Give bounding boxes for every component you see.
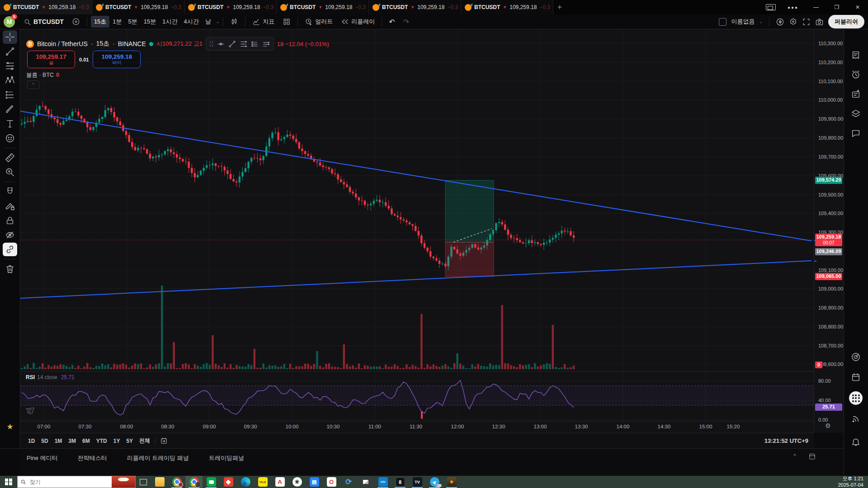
- start-button[interactable]: [0, 476, 17, 488]
- fib-tool-icon[interactable]: [240, 40, 247, 48]
- screener-icon[interactable]: [849, 350, 863, 364]
- volume-study-label[interactable]: 볼륨 · BTC0: [26, 71, 59, 79]
- taskbar-app-blue-docs-app[interactable]: ▤: [306, 476, 323, 488]
- interval-4시간[interactable]: 4시간: [181, 16, 202, 28]
- sell-button[interactable]: 109,259.17 셀: [27, 51, 75, 68]
- snapshot-camera-icon[interactable]: [815, 18, 824, 26]
- replay-button[interactable]: 리플레이: [338, 16, 378, 28]
- chart-symbol-title[interactable]: Bitcoin / TetherUS: [37, 40, 88, 47]
- compare-add-button[interactable]: [69, 16, 83, 28]
- minimize-button[interactable]: —: [806, 0, 826, 14]
- taskbar-app-google-chat[interactable]: [203, 476, 220, 488]
- range-5Y[interactable]: 5Y: [123, 436, 136, 446]
- emoji-tool[interactable]: [3, 131, 17, 145]
- bottom-tab[interactable]: 전략테스터: [78, 454, 107, 462]
- bottom-tab[interactable]: Pine 에디터: [27, 454, 58, 462]
- chart-canvas[interactable]: [20, 29, 814, 421]
- publish-button[interactable]: 퍼블리쉬: [828, 15, 864, 28]
- symbol-search[interactable]: BTCUSDT: [20, 16, 67, 28]
- forecast-tool[interactable]: [3, 88, 17, 102]
- fib-channel-tool-icon[interactable]: [251, 40, 259, 48]
- quick-search-icon[interactable]: [776, 18, 784, 26]
- chart-area[interactable]: ₿ Bitcoin / TetherUS · 15초 · BINANCE 시10…: [20, 29, 814, 421]
- price-axis[interactable]: 110,300.00110,200.00110,100.00110,000.00…: [814, 29, 844, 433]
- taskbar-app-kakaotalk[interactable]: TALK: [254, 476, 271, 488]
- price-scale-settings-icon[interactable]: ⚙: [825, 422, 831, 429]
- range-1D[interactable]: 1D: [25, 436, 38, 446]
- drag-handle[interactable]: [210, 41, 213, 47]
- broadcast-icon[interactable]: [849, 412, 863, 426]
- browser-tab[interactable]: BTCUSDT▼109,259.18−0.3✕: [0, 0, 92, 14]
- bottom-tab[interactable]: 리플레이 트레이딩 패널: [127, 454, 189, 462]
- taskbar-app-red-o-app[interactable]: O: [323, 476, 340, 488]
- indicators-button[interactable]: 지표: [249, 16, 278, 28]
- apps-icon[interactable]: [849, 391, 863, 405]
- taskbar-app-autocad[interactable]: A: [271, 476, 288, 488]
- range-1Y[interactable]: 1Y: [110, 436, 123, 446]
- link-tool[interactable]: [3, 243, 17, 256]
- favorites-star-icon[interactable]: ★: [3, 420, 17, 433]
- taskbar-app-tradingview[interactable]: TV: [409, 476, 426, 488]
- close-button[interactable]: ✕: [847, 0, 868, 14]
- trend-line-tool[interactable]: [3, 45, 17, 58]
- magnet-tool[interactable]: [3, 185, 17, 198]
- save-layout-icon[interactable]: [719, 18, 726, 26]
- lock-all-tool[interactable]: [3, 214, 17, 227]
- taskbar-clock[interactable]: 오후 1:21 2025-07-04: [834, 476, 868, 488]
- avatar[interactable]: M 5: [4, 16, 15, 28]
- chart-style-button[interactable]: [227, 16, 241, 28]
- taskbar-app-ornate-app[interactable]: ❖: [443, 476, 460, 488]
- buy-button[interactable]: 109,259.18 바이: [93, 51, 141, 68]
- brush-tool[interactable]: [3, 103, 17, 116]
- trend-line-tool-icon[interactable]: [228, 40, 236, 48]
- trash-tool[interactable]: [3, 262, 17, 276]
- search-promo-image[interactable]: [112, 476, 135, 488]
- interval-dropdown[interactable]: ⌄: [216, 19, 220, 24]
- range-1M[interactable]: 1M: [52, 436, 66, 446]
- collapse-panel-button[interactable]: ⌃: [27, 80, 39, 89]
- goto-date-icon[interactable]: [160, 437, 168, 445]
- watchlist-icon[interactable]: [849, 48, 863, 62]
- taskbar-app-red-diamond-app[interactable]: [220, 476, 237, 488]
- range-5D[interactable]: 5D: [38, 436, 51, 446]
- zoom-in-tool[interactable]: [3, 165, 17, 179]
- browser-tab[interactable]: BTCUSDT▼109,259.18−0.3✕: [369, 0, 461, 14]
- taskbar-app-chatgpt[interactable]: ✳: [288, 476, 306, 488]
- browser-tab[interactable]: BTCUSDT▼109,259.18−0.3✕: [92, 0, 184, 14]
- browser-tab[interactable]: BTCUSDT▼109,259.18−0.3✕: [277, 0, 369, 14]
- panel-collapse-icon[interactable]: ⌃: [793, 453, 797, 460]
- taskbar-app-hourglass-app[interactable]: 8: [392, 476, 409, 488]
- taskbar-search[interactable]: [17, 476, 136, 488]
- cast-displays-icon[interactable]: [766, 4, 776, 10]
- layout-dropdown[interactable]: ⌄: [759, 19, 763, 24]
- fib-retracement-tool[interactable]: [3, 59, 17, 73]
- chat-icon[interactable]: [849, 127, 863, 140]
- browser-menu-icon[interactable]: ●●●: [788, 5, 798, 10]
- interval-5분[interactable]: 5분: [125, 16, 141, 28]
- floating-drawing-toolbar[interactable]: [206, 37, 274, 51]
- undo-button[interactable]: ↶: [386, 16, 398, 28]
- browser-tab[interactable]: BTCUSDT▼109,259.18−0.3✕: [461, 0, 553, 14]
- new-tab-button[interactable]: +: [553, 0, 566, 14]
- crosshair-tool[interactable]: [3, 30, 17, 44]
- notifications-icon[interactable]: [849, 435, 863, 448]
- taskbar-app-edge[interactable]: [237, 476, 254, 488]
- fullscreen-icon[interactable]: [802, 18, 811, 26]
- time-axis[interactable]: 07:0007:3008:0008:3009:0009:3010:0010:30…: [20, 421, 814, 433]
- panel-expand-icon[interactable]: [809, 453, 816, 460]
- chart-clock[interactable]: 13:21:52 UTC+9: [764, 437, 809, 444]
- interval-1분[interactable]: 1분: [109, 16, 125, 28]
- taskbar-app-chrome-active[interactable]: [185, 476, 203, 488]
- range-6M[interactable]: 6M: [79, 436, 93, 446]
- taskbar-app-sync-app[interactable]: ⟳: [340, 476, 357, 488]
- alert-button[interactable]: 얼러트: [302, 16, 336, 28]
- drawing-edit-tool[interactable]: [3, 199, 17, 213]
- range-전체[interactable]: 전체: [136, 436, 153, 446]
- range-YTD[interactable]: YTD: [93, 436, 110, 446]
- taskbar-app-chrome-profile[interactable]: [168, 476, 185, 488]
- layout-name[interactable]: 이름없음: [731, 18, 755, 26]
- interval-15초[interactable]: 15초: [91, 16, 109, 28]
- settings-hexagon-icon[interactable]: [789, 18, 797, 26]
- alerts-icon[interactable]: [849, 68, 863, 81]
- cross-line-tool-icon[interactable]: [217, 40, 225, 48]
